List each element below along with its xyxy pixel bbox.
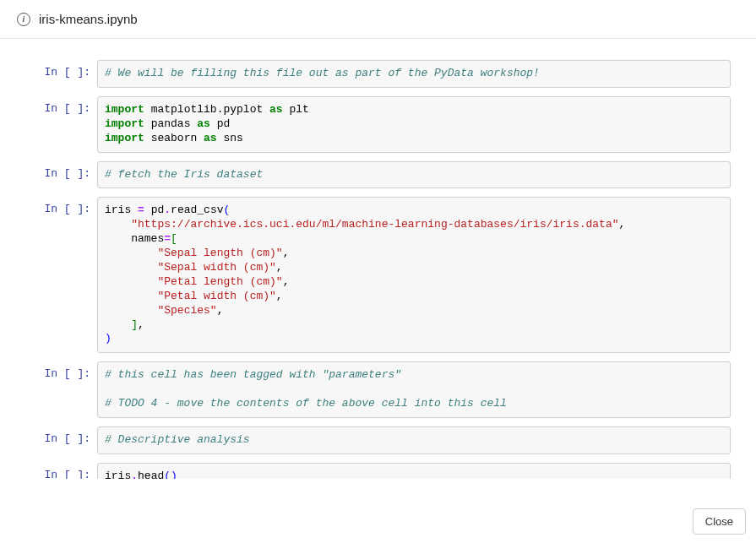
code-var: iris [105,470,131,479]
code-string: "Petal width (cm)" [157,290,275,302]
notebook-cell: In [ ]: # Descriptive analysis [8,426,731,454]
notebook-cell: In [ ]: # this cell has been tagged with… [8,361,731,418]
code-keyword: import [105,117,144,130]
cell-prompt: In [ ]: [8,60,97,88]
code-paren: ) [171,470,177,479]
code-paren: ( [224,204,231,216]
code-var: iris [105,204,131,216]
code-dot: . [164,204,171,216]
notebook-cell: In [ ]: # We will be filling this file o… [8,60,731,88]
code-keyword: as [204,132,217,144]
notebook-cell: In [ ]: iris.head() [8,463,731,479]
modal-header: i iris-kmeans.ipynb [0,0,756,39]
cell-input[interactable]: import matplotlib.pyplot as plt import p… [97,96,731,153]
code-bracket: [ [171,232,177,245]
code-keyword: import [105,103,144,116]
code-paren: ( [164,470,171,479]
code-eq: = [164,232,171,245]
cell-prompt: In [ ]: [8,361,97,418]
code-func: read_csv [171,204,223,216]
info-icon: i [17,13,30,26]
code-comma: , [276,261,283,274]
code-comment: # fetch the Iris dataset [105,168,263,181]
code-string: "https://archive.ics.uci.edu/ml/machine-… [131,218,618,231]
code-module: seaborn [151,132,198,144]
code-comma: , [276,290,283,302]
close-button[interactable]: Close [693,508,746,535]
code-string: "Sepal width (cm)" [157,261,275,274]
code-string: "Species" [157,304,216,317]
notebook-cell: In [ ]: # fetch the Iris dataset [8,161,731,189]
code-comma: , [217,304,224,317]
cell-prompt: In [ ]: [8,197,97,353]
code-alias: sns [223,132,242,144]
code-comma: , [619,218,626,231]
code-comma: , [283,275,290,288]
code-module: matplotlib.pyplot [151,103,264,116]
code-op: = [138,204,144,216]
code-comment: # this cell has been tagged with "parame… [105,368,401,381]
filename-label: iris-kmeans.ipynb [39,12,138,26]
code-module: pandas [151,117,191,130]
cell-input[interactable]: iris = pd.read_csv( "https://archive.ics… [97,197,731,353]
modal-footer: Close [693,508,746,535]
code-keyword: import [105,132,144,144]
code-dot: . [131,470,138,479]
code-alias: pd [217,117,231,130]
notebook-scroll-area[interactable]: In [ ]: # We will be filling this file o… [0,39,756,479]
code-keyword: as [197,117,210,130]
code-comma: , [283,247,290,259]
code-comment: # We will be filling this file out as pa… [105,67,540,79]
code-paren: ) [105,332,111,345]
cell-prompt: In [ ]: [8,426,97,454]
code-comma: , [138,318,144,331]
code-string: "Petal length (cm)" [157,275,282,288]
cell-input[interactable]: # Descriptive analysis [97,426,731,454]
cell-prompt: In [ ]: [8,161,97,189]
code-string: "Sepal length (cm)" [157,247,282,259]
code-func: head [138,470,164,479]
code-comment: # Descriptive analysis [105,433,250,446]
code-bracket: ] [131,318,138,331]
code-comment: # TODO 4 - move the contents of the abov… [105,397,507,410]
cell-prompt: In [ ]: [8,96,97,153]
cell-input[interactable]: # this cell has been tagged with "parame… [97,361,731,418]
code-keyword: as [269,103,283,116]
cell-input[interactable]: # fetch the Iris dataset [97,161,731,189]
cell-input[interactable]: # We will be filling this file out as pa… [97,60,731,88]
notebook-cell: In [ ]: iris = pd.read_csv( "https://arc… [8,197,731,353]
code-kwarg: names [131,232,164,245]
code-obj: pd [151,204,165,216]
cell-input[interactable]: iris.head() [97,463,731,479]
notebook-cell: In [ ]: import matplotlib.pyplot as plt … [8,96,731,153]
cell-prompt: In [ ]: [8,463,97,479]
code-alias: plt [289,103,308,116]
